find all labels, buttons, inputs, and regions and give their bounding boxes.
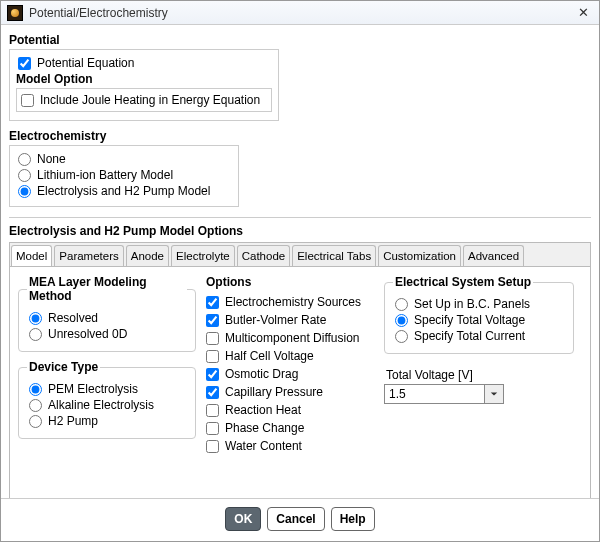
mea-label-resolved[interactable]: Resolved [48, 311, 98, 325]
tabstrip: Model Parameters Anode Electrolyte Catho… [9, 242, 591, 266]
potential-equation-label[interactable]: Potential Equation [37, 56, 134, 70]
tab-panel-model: MEA Layer Modeling Method Resolved Unres… [9, 266, 591, 498]
cancel-button[interactable]: Cancel [267, 507, 324, 531]
electrical-radio-current[interactable] [395, 330, 408, 343]
mea-radio-resolved[interactable] [29, 312, 42, 325]
potential-heading: Potential [9, 33, 591, 47]
app-icon [7, 5, 23, 21]
dialog-window: Potential/Electrochemistry ✕ Potential P… [0, 0, 600, 542]
options-heading: Options [206, 275, 376, 289]
option-checkbox-multicomp[interactable] [206, 332, 219, 345]
tab-electrolyte[interactable]: Electrolyte [171, 245, 235, 266]
mea-heading: MEA Layer Modeling Method [27, 275, 187, 303]
potential-group: Potential Equation Model Option Include … [9, 49, 279, 121]
device-radio-pem[interactable] [29, 383, 42, 396]
device-label-alkaline[interactable]: Alkaline Electrolysis [48, 398, 154, 412]
option-checkbox-water-content[interactable] [206, 440, 219, 453]
electrochem-heading: Electrochemistry [9, 129, 591, 143]
potential-equation-checkbox[interactable] [18, 57, 31, 70]
electrical-label-bc[interactable]: Set Up in B.C. Panels [414, 297, 530, 311]
left-column: MEA Layer Modeling Method Resolved Unres… [18, 275, 196, 498]
content-area: Potential Potential Equation Model Optio… [1, 25, 599, 498]
electrical-radio-bc[interactable] [395, 298, 408, 311]
mea-label-unresolved[interactable]: Unresolved 0D [48, 327, 127, 341]
electrical-heading: Electrical System Setup [393, 275, 533, 289]
electrochem-label-lithium[interactable]: Lithium-ion Battery Model [37, 168, 173, 182]
option-label-water-content[interactable]: Water Content [225, 439, 302, 453]
joule-heating-label[interactable]: Include Joule Heating in Energy Equation [40, 93, 260, 107]
electrochem-label-electrolysis[interactable]: Electrolysis and H2 Pump Model [37, 184, 210, 198]
tab-electrical-tabs[interactable]: Electrical Tabs [292, 245, 376, 266]
electrochem-label-none[interactable]: None [37, 152, 66, 166]
option-checkbox-osmotic[interactable] [206, 368, 219, 381]
electrical-group: Electrical System Setup Set Up in B.C. P… [384, 275, 574, 354]
device-label-pem[interactable]: PEM Electrolysis [48, 382, 138, 396]
option-label-half-cell[interactable]: Half Cell Voltage [225, 349, 314, 363]
option-label-butler-volmer[interactable]: Butler-Volmer Rate [225, 313, 326, 327]
option-label-phase-change[interactable]: Phase Change [225, 421, 304, 435]
total-voltage-input[interactable] [384, 384, 484, 404]
separator [9, 217, 591, 218]
option-label-reaction-heat[interactable]: Reaction Heat [225, 403, 301, 417]
tab-parameters[interactable]: Parameters [54, 245, 123, 266]
subpanel-heading: Electrolysis and H2 Pump Model Options [9, 224, 591, 238]
help-button[interactable]: Help [331, 507, 375, 531]
tab-anode[interactable]: Anode [126, 245, 169, 266]
device-radio-alkaline[interactable] [29, 399, 42, 412]
tab-advanced[interactable]: Advanced [463, 245, 524, 266]
electrochem-radio-electrolysis[interactable] [18, 185, 31, 198]
electrochem-group: None Lithium-ion Battery Model Electroly… [9, 145, 239, 207]
ok-button[interactable]: OK [225, 507, 261, 531]
joule-heating-checkbox[interactable] [21, 94, 34, 107]
close-icon[interactable]: ✕ [573, 3, 593, 23]
option-label-osmotic[interactable]: Osmotic Drag [225, 367, 298, 381]
total-voltage-label: Total Voltage [V] [386, 368, 574, 382]
device-heading: Device Type [27, 360, 100, 374]
electrical-label-voltage[interactable]: Specify Total Voltage [414, 313, 525, 327]
device-radio-h2pump[interactable] [29, 415, 42, 428]
option-checkbox-phase-change[interactable] [206, 422, 219, 435]
window-title: Potential/Electrochemistry [29, 6, 573, 20]
titlebar: Potential/Electrochemistry ✕ [1, 1, 599, 25]
chevron-down-icon [490, 390, 498, 398]
electrochem-radio-lithium[interactable] [18, 169, 31, 182]
option-checkbox-ec-sources[interactable] [206, 296, 219, 309]
option-label-ec-sources[interactable]: Electrochemistry Sources [225, 295, 361, 309]
total-voltage-dropdown-button[interactable] [484, 384, 504, 404]
device-group: Device Type PEM Electrolysis Alkaline El… [18, 360, 196, 439]
option-checkbox-capillary[interactable] [206, 386, 219, 399]
footer: OK Cancel Help [1, 498, 599, 541]
electrical-column: Electrical System Setup Set Up in B.C. P… [384, 275, 574, 498]
mea-radio-unresolved[interactable] [29, 328, 42, 341]
options-column: Options Electrochemistry Sources Butler-… [204, 275, 376, 498]
option-checkbox-butler-volmer[interactable] [206, 314, 219, 327]
electrical-label-current[interactable]: Specify Total Current [414, 329, 525, 343]
tab-cathode[interactable]: Cathode [237, 245, 290, 266]
option-checkbox-reaction-heat[interactable] [206, 404, 219, 417]
option-label-multicomp[interactable]: Multicomponent Diffusion [225, 331, 360, 345]
electrochem-radio-none[interactable] [18, 153, 31, 166]
tab-model[interactable]: Model [11, 245, 52, 266]
mea-group: MEA Layer Modeling Method Resolved Unres… [18, 275, 196, 352]
tab-customization[interactable]: Customization [378, 245, 461, 266]
option-checkbox-half-cell[interactable] [206, 350, 219, 363]
electrical-radio-voltage[interactable] [395, 314, 408, 327]
device-label-h2pump[interactable]: H2 Pump [48, 414, 98, 428]
option-label-capillary[interactable]: Capillary Pressure [225, 385, 323, 399]
model-option-heading: Model Option [16, 72, 272, 86]
total-voltage-combo [384, 384, 574, 404]
